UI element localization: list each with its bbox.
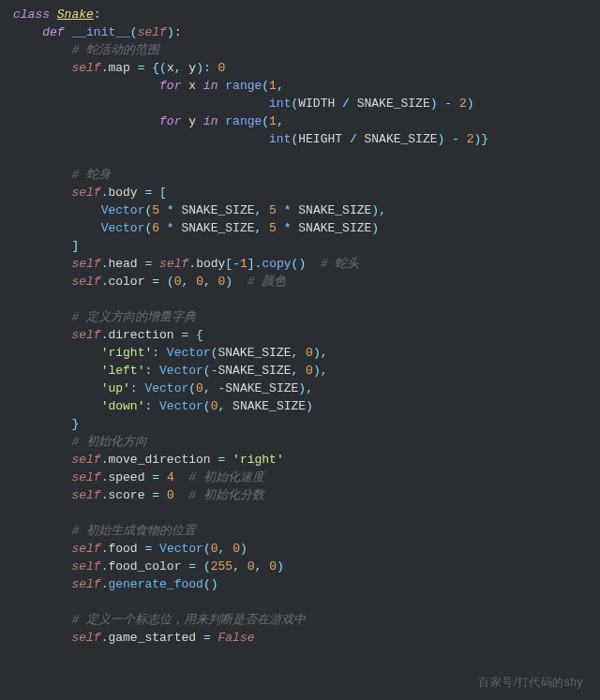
token-cmt: # 初始化速度: [188, 470, 264, 484]
token-kw: class: [13, 7, 57, 22]
token-attr: [452, 97, 459, 111]
token-punct: ,: [182, 275, 197, 289]
token-kw: in: [196, 114, 225, 128]
token-num: 1: [240, 257, 248, 271]
token-punct: ): [225, 275, 247, 289]
token-punct: ,: [254, 203, 269, 217]
token-punct: ): [438, 132, 453, 146]
token-punct: (: [188, 381, 196, 395]
token-punct: ,: [291, 346, 306, 360]
token-pad: [13, 132, 269, 146]
token-kw: in: [196, 79, 225, 93]
token-punct: :: [144, 399, 159, 413]
token-cmt: # 定义一个标志位，用来判断是否在游戏中: [71, 613, 306, 627]
code-line: self.food_color = (255, 0, 0): [13, 558, 592, 575]
token-pad: [13, 239, 71, 253]
code-line: # 初始生成食物的位置: [13, 522, 592, 540]
token-punct: (: [167, 275, 174, 289]
code-line: self.speed = 4 # 初始化速度: [13, 469, 592, 486]
token-attr: [152, 542, 159, 556]
token-punct: :: [144, 364, 159, 378]
token-attr: [225, 453, 232, 467]
token-num: 0: [218, 61, 226, 75]
code-line: [13, 504, 592, 522]
token-str: 'up': [101, 381, 130, 395]
token-pad: [13, 97, 269, 111]
code-line: self.map = {(x, y): 0: [13, 59, 592, 77]
watermark: 百家号/打代码的shy: [478, 675, 583, 691]
token-pad: [13, 364, 101, 378]
token-call: Vector: [159, 364, 203, 378]
token-punct: .: [188, 257, 196, 271]
token-num: 0: [306, 364, 313, 378]
token-punct: :: [94, 7, 101, 22]
token-kw: for: [159, 79, 188, 93]
token-pad: [13, 577, 71, 591]
token-attr: [174, 470, 189, 484]
token-punct: ),: [371, 203, 386, 217]
token-punct: [: [159, 186, 167, 200]
token-pad: [13, 25, 42, 39]
token-self: self: [71, 631, 100, 645]
token-pad: [13, 470, 71, 484]
token-bool: False: [218, 631, 255, 645]
code-line: self.head = self.body[-1].copy() # 蛇头: [13, 255, 592, 273]
token-pad: [13, 631, 71, 645]
code-line: self.direction = {: [13, 326, 592, 344]
token-num: 1: [269, 79, 277, 93]
token-punct: ),: [313, 346, 328, 360]
token-cls: Snake: [57, 7, 94, 22]
token-punct: {: [196, 328, 203, 342]
token-num: 5: [152, 203, 159, 217]
token-punct: ):: [167, 25, 182, 39]
token-attr: game_started: [108, 631, 202, 645]
token-pad: [13, 203, 101, 217]
token-num: 6: [152, 221, 159, 235]
code-line: self.color = (0, 0, 0) # 颜色: [13, 273, 592, 290]
token-cmt: # 颜色: [248, 275, 287, 289]
token-const: SNAKE_SIZE: [225, 381, 298, 395]
code-line: self.generate_food(): [13, 575, 592, 593]
token-attr: move_direction: [108, 453, 218, 467]
token-punct: (): [292, 257, 321, 271]
token-const: SNAKE_SIZE: [218, 346, 291, 360]
token-attr: y: [188, 61, 196, 75]
token-call: Vector: [159, 399, 203, 413]
token-op: -: [232, 257, 240, 271]
token-attr: [174, 488, 189, 502]
token-punct: ,: [218, 399, 232, 413]
token-kw: def: [42, 25, 71, 39]
token-pad: [13, 453, 71, 467]
token-func: int: [269, 132, 291, 146]
token-pad: [13, 43, 71, 57]
code-line: ]: [13, 237, 592, 255]
token-num: 255: [211, 559, 232, 573]
token-pad: [13, 79, 159, 93]
token-op: -: [444, 97, 452, 111]
token-const: SNAKE_SIZE: [357, 97, 430, 111]
token-const: SNAKE_SIZE: [232, 399, 306, 413]
token-pad: [13, 399, 101, 413]
token-attr: [159, 470, 167, 484]
token-attr: [211, 631, 218, 645]
token-attr: x: [167, 61, 174, 75]
token-kw: for: [159, 114, 188, 128]
token-pad: [13, 168, 71, 182]
code-line: # 初始化方向: [13, 433, 592, 451]
token-punct: (: [262, 114, 269, 128]
token-num: 0: [269, 559, 277, 573]
token-punct: (: [130, 25, 138, 39]
token-const: WIDTH: [298, 97, 335, 111]
token-punct: ,: [277, 79, 284, 93]
token-punct: (: [203, 559, 211, 573]
token-attr: [159, 275, 167, 289]
token-num: 0: [232, 542, 240, 556]
token-pad: [13, 417, 71, 431]
code-line: 'right': Vector(SNAKE_SIZE, 0),: [13, 344, 592, 362]
token-punct: ,: [174, 61, 189, 75]
token-cmt: # 初始化分数: [188, 488, 264, 502]
token-pad: [13, 275, 71, 289]
token-attr: map: [108, 61, 137, 75]
token-attr: food_color: [108, 559, 188, 573]
token-attr: head: [108, 257, 144, 271]
